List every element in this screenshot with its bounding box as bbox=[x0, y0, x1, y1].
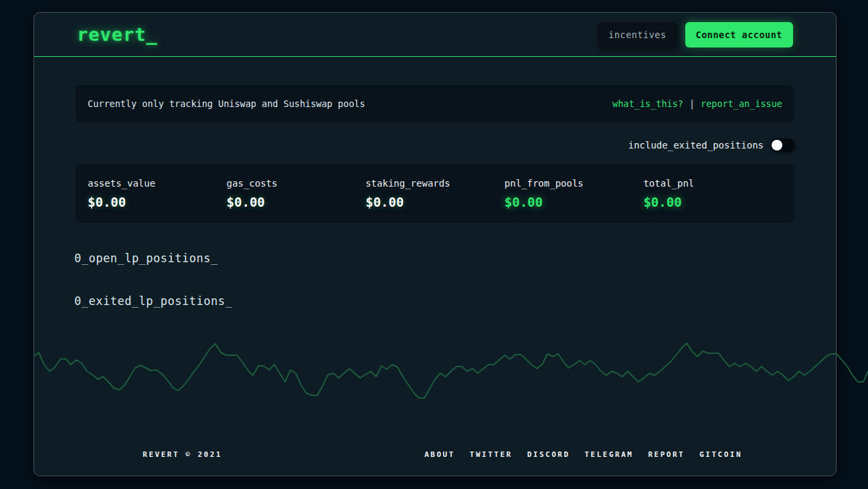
include-exited-positions-row: include_exited_positions bbox=[628, 136, 794, 155]
stat-label: staking_rewards bbox=[365, 178, 505, 189]
header: revert_ incentives Connect account bbox=[34, 13, 836, 57]
what-is-this-link[interactable]: what_is_this? bbox=[612, 98, 683, 109]
stat-label: assets_value bbox=[88, 178, 227, 189]
stats-card: assets_value $0.00 gas_costs $0.00 staki… bbox=[76, 164, 794, 223]
footer-link-about[interactable]: ABOUT bbox=[424, 450, 455, 459]
stat-label: gas_costs bbox=[227, 178, 366, 189]
info-banner: Currently only tracking Uniswap and Sush… bbox=[76, 85, 794, 122]
footer-links: ABOUT TWITTER DISCORD TELEGRAM REPORT GI… bbox=[331, 450, 836, 459]
toggle-label: include_exited_positions bbox=[628, 140, 764, 151]
footer: REVERT © 2021 ABOUT TWITTER DISCORD TELE… bbox=[34, 446, 836, 462]
open-lp-positions-heading: 0_open_lp_positions_ bbox=[74, 252, 218, 265]
stat-value: $0.00 bbox=[365, 195, 505, 209]
stat-value: $0.00 bbox=[88, 195, 227, 209]
link-separator: | bbox=[689, 98, 695, 109]
footer-link-telegram[interactable]: TELEGRAM bbox=[585, 450, 634, 459]
stat-label: pnl_from_pools bbox=[505, 178, 644, 189]
footer-link-report[interactable]: REPORT bbox=[648, 450, 685, 459]
banner-message: Currently only tracking Uniswap and Sush… bbox=[88, 98, 365, 109]
footer-link-discord[interactable]: DISCORD bbox=[527, 450, 570, 459]
stat-pnl-from-pools: pnl_from_pools $0.00 bbox=[505, 178, 644, 209]
footer-copyright: REVERT © 2021 bbox=[34, 450, 331, 459]
include-exited-positions-toggle[interactable] bbox=[770, 138, 794, 152]
stat-gas-costs: gas_costs $0.00 bbox=[227, 178, 366, 209]
stat-assets-value: assets_value $0.00 bbox=[88, 178, 227, 209]
exited-lp-positions-heading: 0_exited_lp_positions_ bbox=[74, 294, 232, 308]
stat-value: $0.00 bbox=[643, 195, 782, 209]
incentives-button[interactable]: incentives bbox=[598, 22, 677, 47]
stat-value: $0.00 bbox=[505, 195, 644, 209]
footer-link-gitcoin[interactable]: GITCOIN bbox=[699, 450, 742, 459]
report-an-issue-link[interactable]: report_an_issue bbox=[701, 98, 782, 109]
connect-account-button[interactable]: Connect account bbox=[685, 22, 793, 47]
header-actions: incentives Connect account bbox=[598, 22, 793, 47]
stat-value: $0.00 bbox=[227, 195, 366, 209]
toggle-knob bbox=[772, 140, 782, 151]
main-panel: revert_ incentives Connect account Curre… bbox=[33, 12, 837, 476]
banner-links: what_is_this? | report_an_issue bbox=[612, 98, 782, 109]
revert-logo[interactable]: revert_ bbox=[77, 24, 158, 45]
footer-link-twitter[interactable]: TWITTER bbox=[470, 450, 513, 459]
stat-total-pnl: total_pnl $0.00 bbox=[643, 178, 782, 209]
stat-label: total_pnl bbox=[643, 178, 782, 189]
stat-staking-rewards: staking_rewards $0.00 bbox=[365, 178, 505, 209]
